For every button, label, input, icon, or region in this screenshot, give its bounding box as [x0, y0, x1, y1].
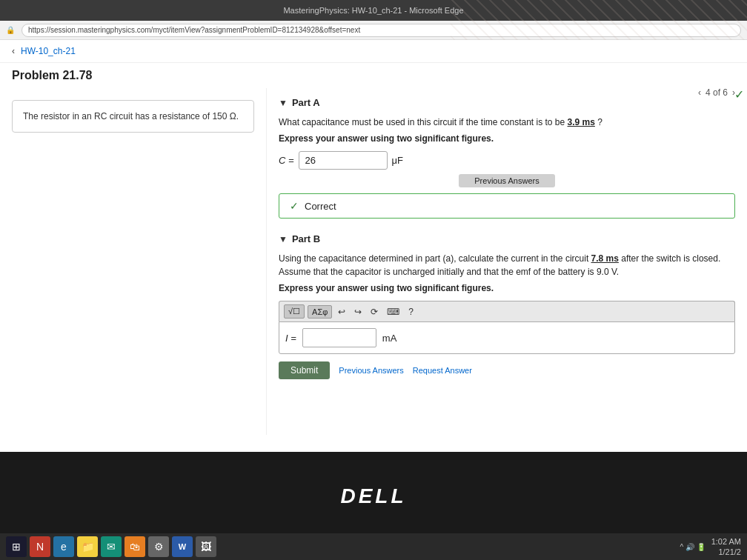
- taskbar-icon-photo[interactable]: 🖼: [196, 536, 216, 557]
- part-b-sig-figs: Express your answer using two significan…: [279, 283, 735, 293]
- keyboard-icon[interactable]: ⌨: [384, 305, 402, 319]
- part-b-label: Part B: [292, 233, 320, 244]
- part-a-label: Part A: [292, 97, 320, 108]
- part-a-prev-answers-btn[interactable]: Previous Answers: [459, 174, 555, 187]
- taskbar-icon-folder[interactable]: 📁: [77, 536, 98, 557]
- part-a-answer-row: C = 26 μF: [279, 151, 735, 170]
- problem-description: The resistor in an RC circuit has a resi…: [23, 111, 239, 121]
- part-b-collapse-arrow[interactable]: ▼: [279, 234, 288, 244]
- part-a-answer-input[interactable]: 26: [299, 151, 388, 170]
- reset-icon[interactable]: ⟳: [368, 305, 381, 319]
- page-counter: ‹ 4 of 6 ›: [698, 87, 735, 98]
- sqrt-button[interactable]: √☐: [284, 304, 305, 319]
- undo-icon[interactable]: ↩: [335, 305, 348, 319]
- part-b-input-row: I = mA: [285, 328, 728, 347]
- part-a-section: ▼ Part A What capacitance must be used i…: [279, 97, 735, 219]
- clock-date: 1/21/2: [711, 547, 741, 557]
- part-b-prev-answers-link[interactable]: Previous Answers: [339, 366, 403, 375]
- problem-title: Problem 21.78: [0, 63, 747, 88]
- correct-banner: ✓ Correct: [279, 193, 735, 219]
- submit-button[interactable]: Submit: [279, 361, 330, 379]
- chevron-right-icon[interactable]: ›: [732, 87, 735, 98]
- part-b-question: Using the capacitance determined in part…: [279, 252, 735, 279]
- top-nav: ‹ HW-10_ch-21: [0, 40, 747, 63]
- part-b-section: ▼ Part B Using the capacitance determine…: [279, 233, 735, 379]
- part-b-answer-input[interactable]: [302, 328, 376, 347]
- browser-titlebar: MasteringPhysics: HW-10_ch-21 - Microsof…: [0, 0, 747, 21]
- left-sidebar: The resistor in an RC circuit has a resi…: [0, 88, 267, 435]
- correct-label: Correct: [305, 201, 336, 212]
- taskbar-icon-mail[interactable]: ✉: [101, 536, 122, 557]
- request-answer-link[interactable]: Request Answer: [413, 366, 472, 375]
- correct-checkmark-icon: ✓: [290, 200, 299, 212]
- taskbar-icon-ie[interactable]: e: [53, 536, 74, 557]
- taskbar-icon-netflix[interactable]: N: [30, 536, 50, 557]
- address-url: https://session.masteringphysics.com/myc…: [28, 26, 360, 34]
- part-b-unit: mA: [382, 333, 397, 344]
- part-a-unit: μF: [392, 155, 403, 166]
- right-content: ▼ Part A What capacitance must be used i…: [267, 88, 747, 435]
- taskbar-right: ^ 🔊 🔋 1:02 AM 1/21/2: [680, 536, 741, 558]
- address-bar[interactable]: https://session.masteringphysics.com/myc…: [21, 24, 741, 37]
- chevron-left-icon[interactable]: ‹: [698, 87, 701, 98]
- part-a-header: ▼ Part A: [279, 97, 735, 108]
- clock-time: 1:02 AM: [711, 536, 741, 547]
- math-toolbar: √☐ ΑΣφ ↩ ↪ ⟳ ⌨ ?: [279, 301, 735, 321]
- taskbar-icon-store[interactable]: 🛍: [124, 536, 145, 557]
- part-a-sig-figs: Express your answer using two significan…: [279, 133, 735, 144]
- taskbar-icon-settings[interactable]: ⚙: [148, 536, 169, 557]
- taskbar-icons-systray: ^ 🔊 🔋: [680, 543, 705, 551]
- address-bar-row: 🔒 https://session.masteringphysics.com/m…: [0, 21, 747, 40]
- part-b-input-area: I = mA: [279, 321, 735, 354]
- nav-link[interactable]: HW-10_ch-21: [21, 46, 76, 56]
- part-a-collapse-arrow[interactable]: ▼: [279, 98, 288, 108]
- windows-icon: ⊞: [12, 541, 21, 553]
- dell-logo-area: DELL: [0, 459, 747, 533]
- page-counter-value: 4 of 6: [706, 87, 728, 98]
- lock-icon: 🔒: [6, 26, 15, 34]
- start-button[interactable]: ⊞: [6, 536, 27, 557]
- page-content: ‹ HW-10_ch-21 Problem 21.78 ‹ 4 of 6 › ✓…: [0, 40, 747, 452]
- problem-description-box: The resistor in an RC circuit has a resi…: [12, 100, 254, 133]
- part-a-answer-label: C =: [279, 155, 294, 166]
- part-b-answer-label: I =: [285, 333, 296, 344]
- dell-logo: DELL: [340, 484, 406, 508]
- main-layout: The resistor in an RC circuit has a resi…: [0, 88, 747, 435]
- taskbar: ⊞ N e 📁 ✉ 🛍 ⚙ W 🖼 ^ 🔊 🔋 1:02 AM 1/21/2: [0, 533, 747, 560]
- greek-button[interactable]: ΑΣφ: [308, 305, 332, 319]
- submit-row: Submit Previous Answers Request Answer: [279, 361, 735, 379]
- taskbar-icon-word[interactable]: W: [172, 536, 193, 557]
- back-arrow[interactable]: ‹: [12, 46, 15, 56]
- browser-title: MasteringPhysics: HW-10_ch-21 - Microsof…: [6, 6, 741, 15]
- part-b-header: ▼ Part B: [279, 233, 735, 244]
- part-a-question: What capacitance must be used in this ci…: [279, 116, 735, 129]
- taskbar-time: 1:02 AM 1/21/2: [711, 536, 741, 558]
- redo-icon[interactable]: ↪: [351, 305, 365, 319]
- help-icon[interactable]: ?: [405, 305, 416, 319]
